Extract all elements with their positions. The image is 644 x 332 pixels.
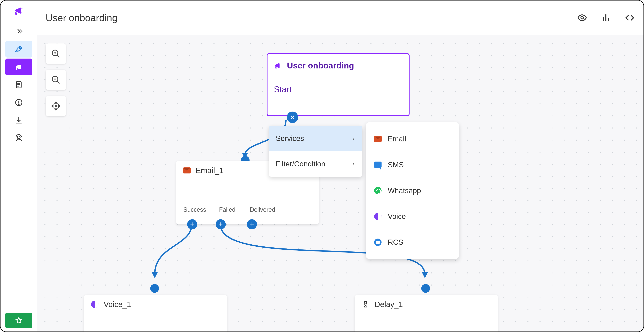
menu-item-services-label: Services [276, 134, 304, 142]
page-header: User onboarding [37, 0, 644, 35]
app-frame: User onboarding [0, 0, 644, 332]
svg-point-0 [19, 48, 20, 49]
port-label-failed: Failed [217, 206, 237, 213]
delay-node-title: Delay_1 [374, 300, 403, 309]
svg-marker-10 [152, 272, 158, 278]
sidebar-star-button[interactable] [5, 313, 32, 328]
sidebar-agent[interactable] [5, 130, 32, 146]
delay-node-header: Delay_1 [355, 295, 498, 314]
voice-icon [90, 300, 99, 308]
page-title: User onboarding [46, 12, 118, 23]
chevron-right-icon [351, 160, 356, 168]
mail-icon [183, 166, 191, 175]
zoom-in-button[interactable] [46, 44, 66, 64]
sms-icon [374, 160, 382, 169]
port-label-delivered: Delivered [247, 206, 278, 213]
voice-node-title: Voice_1 [104, 300, 131, 309]
email-node-title: Email_1 [196, 166, 224, 175]
start-node[interactable]: User onboarding Start [267, 53, 410, 116]
services-submenu: Email SMS Whatsapp Voice RCS [366, 122, 459, 259]
pan-button[interactable] [46, 96, 66, 116]
svg-point-8 [55, 105, 56, 106]
sidebar-alert[interactable] [5, 94, 32, 111]
menu-item-filter[interactable]: Filter/Condition [269, 151, 362, 177]
sidebar [0, 0, 37, 332]
analytics-button[interactable] [600, 12, 611, 23]
flow-canvas[interactable]: User onboarding Start Email_1 Success Fa… [37, 35, 644, 332]
preview-button[interactable] [577, 12, 588, 23]
service-item-sms[interactable]: SMS [366, 152, 459, 178]
code-button[interactable] [624, 12, 635, 23]
start-node-body: Start [268, 77, 409, 102]
svg-point-4 [18, 136, 20, 139]
whatsapp-icon [374, 186, 382, 195]
menu-item-filter-label: Filter/Condition [276, 160, 325, 168]
sidebar-rocket[interactable] [5, 41, 32, 58]
menu-item-services[interactable]: Services [269, 126, 362, 151]
rcs-icon [374, 238, 382, 246]
zoom-out-button[interactable] [46, 70, 66, 90]
hourglass-icon [362, 300, 370, 308]
megaphone-icon [274, 62, 282, 70]
svg-marker-11 [422, 272, 428, 278]
port-label-success: Success [182, 206, 207, 213]
add-step-menu: Services Filter/Condition [269, 126, 362, 177]
delay-input-port[interactable] [421, 284, 430, 293]
service-item-rcs[interactable]: RCS [366, 229, 459, 255]
voice-input-port[interactable] [150, 284, 159, 293]
sidebar-broadcast[interactable] [5, 58, 32, 75]
service-item-whatsapp[interactable]: Whatsapp [366, 178, 459, 204]
service-label-whatsapp: Whatsapp [388, 186, 421, 195]
service-item-voice[interactable]: Voice [366, 204, 459, 229]
voice-node-header: Voice_1 [84, 295, 227, 314]
email-failed-add[interactable]: + [216, 219, 226, 229]
svg-point-5 [581, 16, 584, 19]
svg-point-3 [18, 104, 19, 105]
header-actions [577, 12, 635, 23]
voice-icon [374, 212, 382, 220]
mail-icon [374, 135, 382, 143]
close-add-menu-button[interactable] [287, 112, 298, 123]
sidebar-download[interactable] [5, 112, 32, 129]
service-label-rcs: RCS [388, 238, 403, 246]
start-node-header: User onboarding [268, 54, 409, 77]
service-label-email: Email [388, 135, 406, 143]
sidebar-expand[interactable] [5, 23, 32, 40]
start-node-title: User onboarding [287, 61, 354, 70]
delay-node[interactable]: Delay_1 [355, 295, 498, 332]
email-port-labels: Success Failed Delivered [176, 206, 319, 213]
service-label-voice: Voice [388, 212, 406, 220]
app-logo [13, 4, 25, 16]
sidebar-page[interactable] [5, 76, 32, 93]
service-label-sms: SMS [388, 160, 404, 169]
email-delivered-add[interactable]: + [247, 219, 257, 229]
chevron-right-icon [351, 134, 356, 142]
voice-node[interactable]: Voice_1 [84, 295, 227, 332]
email-success-add[interactable]: + [187, 219, 197, 229]
service-item-email[interactable]: Email [366, 126, 459, 152]
